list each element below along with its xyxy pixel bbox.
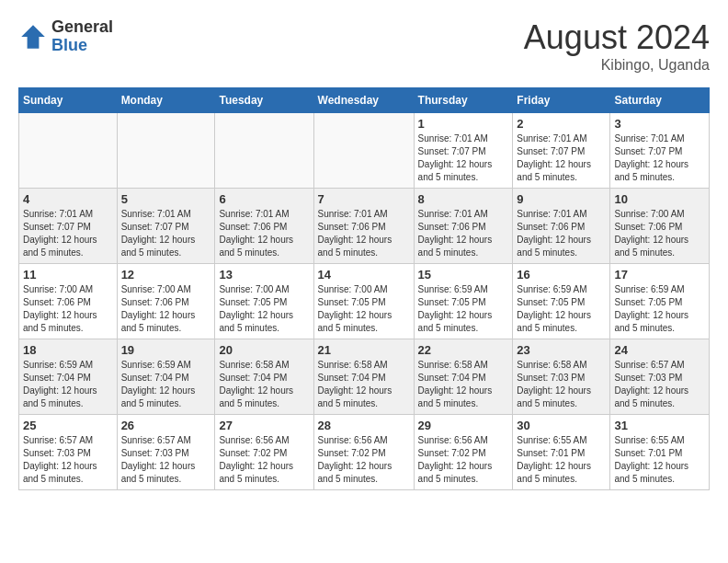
calendar-day-cell: 9Sunrise: 7:01 AMSunset: 7:06 PMDaylight… (513, 189, 610, 264)
day-number: 15 (418, 268, 509, 282)
day-number: 9 (517, 192, 606, 206)
day-info: Sunrise: 6:57 AMSunset: 7:03 PMDaylight:… (614, 359, 705, 410)
calendar-day-cell (19, 113, 118, 189)
calendar-day-cell: 31Sunrise: 6:55 AMSunset: 7:01 PMDayligh… (610, 415, 710, 490)
calendar-day-cell: 10Sunrise: 7:00 AMSunset: 7:06 PMDayligh… (610, 189, 710, 264)
day-number: 22 (418, 343, 509, 357)
day-number: 7 (318, 192, 410, 206)
day-info: Sunrise: 7:01 AMSunset: 7:07 PMDaylight:… (121, 208, 211, 259)
day-info: Sunrise: 6:59 AMSunset: 7:04 PMDaylight:… (121, 359, 211, 410)
calendar-header-wednesday: Wednesday (313, 88, 414, 113)
day-info: Sunrise: 6:58 AMSunset: 7:04 PMDaylight:… (418, 359, 509, 410)
calendar-week-row: 11Sunrise: 7:00 AMSunset: 7:06 PMDayligh… (19, 264, 710, 339)
day-number: 23 (517, 343, 606, 357)
day-info: Sunrise: 7:01 AMSunset: 7:07 PMDaylight:… (418, 132, 509, 184)
calendar-day-cell: 3Sunrise: 7:01 AMSunset: 7:07 PMDaylight… (610, 113, 710, 189)
day-info: Sunrise: 6:56 AMSunset: 7:02 PMDaylight:… (418, 434, 509, 486)
day-number: 13 (219, 268, 309, 282)
day-number: 31 (614, 419, 705, 432)
calendar-day-cell: 25Sunrise: 6:57 AMSunset: 7:03 PMDayligh… (19, 415, 118, 490)
day-number: 24 (614, 343, 705, 357)
calendar-week-row: 4Sunrise: 7:01 AMSunset: 7:07 PMDaylight… (19, 189, 710, 264)
day-info: Sunrise: 6:55 AMSunset: 7:01 PMDaylight:… (614, 434, 705, 486)
calendar-day-cell: 14Sunrise: 7:00 AMSunset: 7:05 PMDayligh… (313, 264, 414, 339)
day-info: Sunrise: 7:00 AMSunset: 7:05 PMDaylight:… (318, 283, 410, 335)
day-number: 5 (121, 192, 211, 206)
day-number: 8 (418, 192, 509, 206)
calendar-day-cell: 2Sunrise: 7:01 AMSunset: 7:07 PMDaylight… (513, 113, 610, 189)
day-number: 27 (219, 419, 309, 432)
title-section: August 2024 Kibingo, Uganda (524, 18, 710, 74)
calendar-header-sunday: Sunday (19, 88, 118, 113)
calendar-header-friday: Friday (513, 88, 610, 113)
calendar-day-cell: 15Sunrise: 6:59 AMSunset: 7:05 PMDayligh… (414, 264, 513, 339)
day-info: Sunrise: 6:56 AMSunset: 7:02 PMDaylight:… (219, 434, 309, 486)
calendar-day-cell: 20Sunrise: 6:58 AMSunset: 7:04 PMDayligh… (215, 339, 313, 415)
logo-general-text: General (51, 18, 113, 37)
day-number: 30 (517, 419, 606, 432)
day-number: 17 (614, 268, 705, 282)
day-info: Sunrise: 7:01 AMSunset: 7:06 PMDaylight:… (418, 208, 509, 259)
location-title: Kibingo, Uganda (524, 57, 710, 74)
calendar-day-cell (313, 113, 414, 189)
logo-text: General Blue (51, 18, 113, 55)
calendar-day-cell: 29Sunrise: 6:56 AMSunset: 7:02 PMDayligh… (414, 415, 513, 490)
day-number: 1 (418, 117, 509, 131)
day-number: 4 (23, 192, 113, 206)
calendar-day-cell: 4Sunrise: 7:01 AMSunset: 7:07 PMDaylight… (19, 189, 118, 264)
calendar-day-cell (215, 113, 313, 189)
calendar-day-cell: 28Sunrise: 6:56 AMSunset: 7:02 PMDayligh… (313, 415, 414, 490)
day-number: 19 (121, 343, 211, 357)
day-number: 14 (318, 268, 410, 282)
day-number: 10 (614, 192, 705, 206)
day-info: Sunrise: 7:00 AMSunset: 7:06 PMDaylight:… (614, 208, 705, 259)
day-number: 20 (219, 343, 309, 357)
day-info: Sunrise: 6:55 AMSunset: 7:01 PMDaylight:… (517, 434, 606, 486)
calendar-header-tuesday: Tuesday (215, 88, 313, 113)
day-info: Sunrise: 6:56 AMSunset: 7:02 PMDaylight:… (318, 434, 410, 486)
day-number: 28 (318, 419, 410, 432)
calendar-day-cell: 7Sunrise: 7:01 AMSunset: 7:06 PMDaylight… (313, 189, 414, 264)
day-info: Sunrise: 7:01 AMSunset: 7:06 PMDaylight:… (517, 208, 606, 259)
day-info: Sunrise: 6:59 AMSunset: 7:05 PMDaylight:… (614, 283, 705, 335)
svg-marker-0 (21, 25, 45, 49)
day-number: 29 (418, 419, 509, 432)
calendar-day-cell: 27Sunrise: 6:56 AMSunset: 7:02 PMDayligh… (215, 415, 313, 490)
day-number: 12 (121, 268, 211, 282)
day-info: Sunrise: 6:58 AMSunset: 7:04 PMDaylight:… (318, 359, 410, 410)
day-info: Sunrise: 7:01 AMSunset: 7:07 PMDaylight:… (614, 132, 705, 184)
calendar-day-cell: 30Sunrise: 6:55 AMSunset: 7:01 PMDayligh… (513, 415, 610, 490)
month-year-title: August 2024 (524, 18, 710, 57)
calendar-day-cell: 1Sunrise: 7:01 AMSunset: 7:07 PMDaylight… (414, 113, 513, 189)
calendar-header-thursday: Thursday (414, 88, 513, 113)
day-info: Sunrise: 6:57 AMSunset: 7:03 PMDaylight:… (121, 434, 211, 486)
calendar-day-cell: 13Sunrise: 7:00 AMSunset: 7:05 PMDayligh… (215, 264, 313, 339)
calendar-header-row: SundayMondayTuesdayWednesdayThursdayFrid… (19, 88, 710, 113)
calendar-day-cell: 8Sunrise: 7:01 AMSunset: 7:06 PMDaylight… (414, 189, 513, 264)
calendar-day-cell: 16Sunrise: 6:59 AMSunset: 7:05 PMDayligh… (513, 264, 610, 339)
day-info: Sunrise: 6:58 AMSunset: 7:03 PMDaylight:… (517, 359, 606, 410)
calendar-day-cell: 5Sunrise: 7:01 AMSunset: 7:07 PMDaylight… (117, 189, 215, 264)
day-info: Sunrise: 7:00 AMSunset: 7:05 PMDaylight:… (219, 283, 309, 335)
calendar-day-cell: 17Sunrise: 6:59 AMSunset: 7:05 PMDayligh… (610, 264, 710, 339)
day-number: 6 (219, 192, 309, 206)
day-info: Sunrise: 6:59 AMSunset: 7:05 PMDaylight:… (418, 283, 509, 335)
calendar-day-cell: 26Sunrise: 6:57 AMSunset: 7:03 PMDayligh… (117, 415, 215, 490)
calendar-day-cell (117, 113, 215, 189)
calendar-day-cell: 21Sunrise: 6:58 AMSunset: 7:04 PMDayligh… (313, 339, 414, 415)
day-info: Sunrise: 6:59 AMSunset: 7:04 PMDaylight:… (23, 359, 113, 410)
day-number: 3 (614, 117, 705, 131)
calendar-day-cell: 22Sunrise: 6:58 AMSunset: 7:04 PMDayligh… (414, 339, 513, 415)
calendar-week-row: 25Sunrise: 6:57 AMSunset: 7:03 PMDayligh… (19, 415, 710, 490)
calendar-day-cell: 12Sunrise: 7:00 AMSunset: 7:06 PMDayligh… (117, 264, 215, 339)
day-number: 18 (23, 343, 113, 357)
day-number: 2 (517, 117, 606, 131)
day-info: Sunrise: 6:59 AMSunset: 7:05 PMDaylight:… (517, 283, 606, 335)
day-info: Sunrise: 7:00 AMSunset: 7:06 PMDaylight:… (121, 283, 211, 335)
day-info: Sunrise: 7:01 AMSunset: 7:06 PMDaylight:… (219, 208, 309, 259)
day-number: 21 (318, 343, 410, 357)
day-info: Sunrise: 6:57 AMSunset: 7:03 PMDaylight:… (23, 434, 113, 486)
day-info: Sunrise: 7:01 AMSunset: 7:07 PMDaylight:… (23, 208, 113, 259)
logo-icon (18, 22, 48, 52)
day-info: Sunrise: 7:00 AMSunset: 7:06 PMDaylight:… (23, 283, 113, 335)
